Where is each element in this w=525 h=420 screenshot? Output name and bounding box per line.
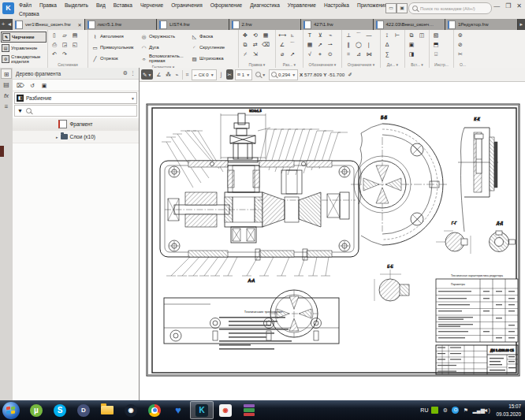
open-document-icon[interactable]: ▱ bbox=[60, 31, 69, 39]
trim-icon[interactable]: ⌿ bbox=[240, 50, 250, 58]
settings-tray-icon[interactable]: ⚙ bbox=[441, 407, 449, 414]
measure-icon[interactable]: ⟟ bbox=[382, 31, 392, 39]
discord-taskbar-button[interactable]: D bbox=[72, 401, 95, 419]
circle-button[interactable]: ◎Окружность bbox=[139, 31, 189, 42]
insert-fragment-icon[interactable]: ⧉ bbox=[407, 31, 416, 39]
distance-icon[interactable]: ⊢ bbox=[393, 31, 402, 39]
coincident-icon[interactable]: ◯ bbox=[354, 40, 363, 49]
start-button[interactable] bbox=[2, 402, 20, 419]
check-icon[interactable]: Δ bbox=[382, 40, 392, 49]
snap-grid-icon[interactable]: ⁂ bbox=[164, 69, 173, 80]
menu-item-edit[interactable]: Правка bbox=[38, 2, 58, 9]
zoom-tool-dropdown[interactable]: ▼ bbox=[254, 69, 267, 80]
auxiliary-line-button[interactable]: ⌯Вспомогатель... прямая bbox=[139, 53, 178, 64]
rectangle-button[interactable]: ▭Прямоугольник bbox=[90, 42, 139, 53]
doc-tab[interactable]: LIST4.frw bbox=[157, 19, 229, 30]
mirror-icon[interactable]: ⇄ bbox=[251, 40, 260, 49]
symmetric-icon[interactable]: ⋈ bbox=[364, 50, 374, 58]
section-line-icon[interactable]: ⌁ bbox=[326, 31, 335, 39]
menu-item-select[interactable]: Выделить bbox=[63, 2, 90, 9]
convert-icon[interactable]: ⬒ bbox=[431, 40, 441, 49]
rotate-icon[interactable]: ⟲ bbox=[251, 31, 260, 39]
menu-item-constraints[interactable]: Ограничения bbox=[169, 2, 204, 9]
eyedropper-icon[interactable]: ✐ bbox=[346, 69, 353, 80]
save-as-icon[interactable]: ◱ bbox=[70, 40, 80, 49]
preview-thumbnail-icon[interactable]: ▣ bbox=[40, 81, 48, 90]
equal-icon[interactable]: = bbox=[344, 50, 353, 58]
mode-tab-management[interactable]: ▤ Управление bbox=[1, 43, 47, 53]
menu-item-styling[interactable]: Оформление bbox=[209, 2, 244, 9]
doc-tab[interactable]: 1Редуктор.frw bbox=[445, 19, 518, 30]
language-indicator[interactable]: RU bbox=[420, 407, 428, 413]
datum-icon[interactable]: ⊻ bbox=[315, 31, 325, 39]
expand-arrow-icon[interactable]: ▸ bbox=[56, 135, 58, 139]
hatch-button[interactable]: ▨Штриховка bbox=[189, 53, 235, 64]
layers-panel-tab-icon[interactable]: ≡ bbox=[1, 102, 12, 112]
hide-objects-icon[interactable]: ⌦ bbox=[17, 81, 24, 90]
delete-icon[interactable]: ⌫ bbox=[261, 40, 270, 49]
new-document-icon[interactable]: ▯ bbox=[50, 31, 59, 39]
opera-tray-icon[interactable]: O bbox=[452, 407, 459, 414]
redo-icon[interactable]: ↷ bbox=[60, 50, 69, 58]
volume-tray-icon[interactable]: ◄) bbox=[482, 407, 490, 414]
window-layout-icon[interactable]: ▭ bbox=[385, 3, 397, 13]
tangent-icon[interactable]: ⌒ bbox=[354, 31, 363, 39]
menu-item-applications[interactable]: Приложения bbox=[356, 2, 389, 9]
kompas-taskbar-button-active[interactable]: K bbox=[190, 401, 214, 419]
angle-dim-icon[interactable]: ∠ bbox=[277, 40, 287, 49]
doc-tab-active[interactable]: ver1\Внеш_оконч.frw ✕ bbox=[13, 19, 85, 30]
insert-object-icon[interactable]: ◨ bbox=[407, 50, 416, 58]
minimize-icon[interactable]: — bbox=[493, 2, 500, 9]
view-arrow-icon[interactable]: ⇀ bbox=[326, 40, 335, 49]
fillet-button[interactable]: ◜Скругление bbox=[189, 42, 235, 53]
network-tray-icon[interactable]: ⚑ bbox=[462, 407, 469, 414]
tab-scroll-right-icon[interactable]: ▸ bbox=[518, 19, 525, 30]
misc-tool-icon[interactable]: ⊚ bbox=[456, 31, 465, 39]
tree-panel-tab-icon[interactable]: ⊞ bbox=[1, 69, 12, 79]
drawing-canvas[interactable]: М24х1,5 bbox=[140, 82, 525, 400]
menu-item-draw[interactable]: Черчение bbox=[139, 2, 165, 9]
leader-dim-icon[interactable]: ↗ bbox=[288, 50, 297, 58]
steam-taskbar-button[interactable]: ◉ bbox=[119, 401, 143, 419]
insert-view-icon[interactable]: ◫ bbox=[417, 31, 426, 39]
panel-pin-icon[interactable]: ⋮ bbox=[130, 70, 136, 76]
screenshot-icon[interactable]: ▣ bbox=[397, 3, 408, 13]
snap-angle-icon[interactable]: ∠ bbox=[155, 69, 162, 80]
tree-filter-row[interactable]: ▼ bbox=[14, 105, 137, 117]
grid-toggle-icon[interactable]: ⌗ bbox=[184, 69, 191, 80]
array-icon[interactable]: ▦ bbox=[261, 31, 270, 39]
skype-taskbar-button[interactable]: S bbox=[48, 401, 72, 419]
move-icon[interactable]: ✥ bbox=[240, 31, 250, 39]
menu-item-management[interactable]: Управление bbox=[286, 2, 318, 9]
snap-nearest-icon[interactable]: ⌁ bbox=[174, 69, 181, 80]
copy-icon[interactable]: ⧉ bbox=[240, 40, 250, 49]
properties-panel-tab-icon[interactable]: ▤ bbox=[1, 80, 12, 90]
layer-dropdown[interactable]: ⧈1▼ bbox=[235, 69, 252, 80]
menu-item-help[interactable]: Справка bbox=[17, 10, 41, 17]
panel-gear-icon[interactable]: ⚙ bbox=[123, 70, 128, 76]
preview-icon[interactable]: ◲ bbox=[60, 40, 69, 49]
insert-picture-icon[interactable]: ▣ bbox=[407, 40, 416, 49]
text-icon[interactable]: T bbox=[305, 31, 315, 39]
roughness-icon[interactable]: √ bbox=[305, 50, 315, 58]
taskbar-clock[interactable]: 15:07 09.03.2020 bbox=[493, 403, 521, 418]
misc-tool-icon[interactable]: ⊘ bbox=[456, 40, 465, 49]
radial-dim-icon[interactable]: ⌀ bbox=[277, 50, 287, 58]
coordinate-system-dropdown[interactable]: ⌐СК 0▼ bbox=[192, 69, 216, 80]
marker-icon[interactable]: ⊙ bbox=[326, 50, 335, 58]
menu-item-diagnostics[interactable]: Диагностика bbox=[248, 2, 281, 9]
health-taskbar-button[interactable]: ♥ bbox=[166, 401, 190, 419]
menu-item-insert[interactable]: Вставка bbox=[112, 2, 134, 9]
arc-dim-icon[interactable]: ⌒ bbox=[288, 40, 297, 49]
doc-tab[interactable]: 422.03\Внеш_оконч… bbox=[374, 19, 446, 30]
doc-tab[interactable]: 2.frw bbox=[229, 19, 302, 30]
fix-icon[interactable]: ⊿ bbox=[354, 50, 363, 58]
app-icon[interactable]: K bbox=[2, 2, 14, 14]
signal-tray-icon[interactable]: ▂▄▆ bbox=[472, 407, 479, 414]
menu-item-settings[interactable]: Настройка bbox=[322, 2, 351, 9]
aligned-dim-icon[interactable]: ⦜ bbox=[288, 31, 297, 39]
new-tab-button[interactable]: + bbox=[0, 19, 6, 30]
area-icon[interactable]: ∑ bbox=[382, 50, 392, 58]
chamfer-button[interactable]: ◺Фаска bbox=[189, 31, 235, 42]
command-search-input[interactable]: Поиск по командам (Alt+/) bbox=[408, 2, 492, 14]
